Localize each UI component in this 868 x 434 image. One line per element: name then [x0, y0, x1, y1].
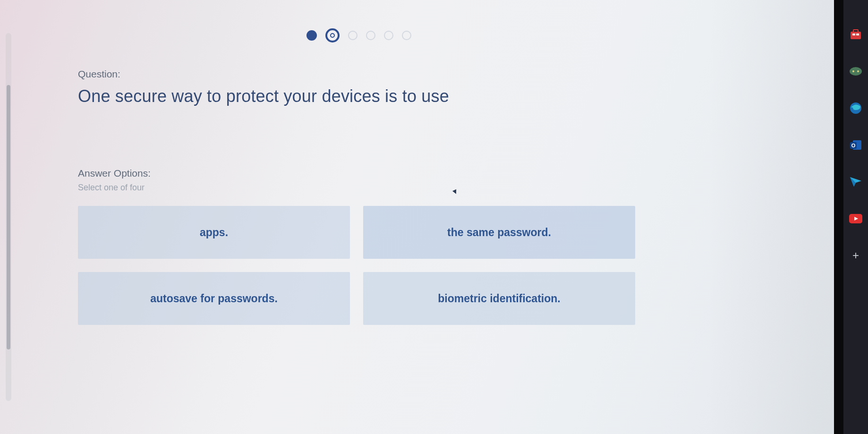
pager-step-upcoming[interactable]	[366, 31, 375, 40]
outlook-icon[interactable]: O	[849, 138, 863, 152]
question-label: Question:	[78, 68, 640, 80]
answer-options-grid: apps. ▾ the same password. autosave for …	[78, 206, 635, 325]
question-text: One secure way to protect your devices i…	[78, 86, 640, 106]
svg-text:O: O	[851, 143, 856, 148]
store-icon[interactable]	[849, 27, 863, 42]
pager-step-completed[interactable]	[306, 30, 317, 41]
scrollbar-thumb[interactable]	[7, 85, 10, 349]
svg-rect-3	[856, 34, 859, 35]
pager-step-upcoming[interactable]	[402, 31, 411, 40]
svg-point-4	[850, 67, 862, 76]
monitor-bezel	[834, 0, 843, 434]
screen-right-margin	[707, 0, 843, 434]
answer-option-label: autosave for passwords.	[150, 292, 278, 305]
youtube-icon[interactable]	[849, 212, 863, 226]
svg-rect-2	[852, 34, 855, 35]
answer-option-label: apps.	[200, 226, 228, 239]
answer-option-4[interactable]: biometric identification.	[363, 272, 635, 325]
svg-rect-1	[853, 30, 858, 33]
send-icon[interactable]	[849, 175, 863, 189]
answer-options-hint: Select one of four	[78, 183, 640, 193]
pager-step-current[interactable]	[325, 28, 340, 43]
game-icon[interactable]	[849, 64, 863, 78]
answer-option-label: the same password.	[447, 226, 551, 239]
svg-point-5	[852, 70, 854, 72]
answer-option-label: biometric identification.	[438, 292, 560, 305]
answer-options-label: Answer Options:	[78, 168, 640, 179]
svg-point-6	[857, 70, 859, 72]
answer-option-2[interactable]: ▾ the same password.	[363, 206, 635, 259]
edge-icon[interactable]	[849, 101, 863, 115]
answer-option-3[interactable]: autosave for passwords.	[78, 272, 350, 325]
pager-step-current-inner	[330, 33, 335, 38]
progress-pager	[78, 28, 640, 43]
add-icon[interactable]: +	[849, 248, 863, 263]
pager-step-upcoming[interactable]	[384, 31, 393, 40]
quiz-content: Question: One secure way to protect your…	[78, 28, 640, 325]
answer-option-1[interactable]: apps.	[78, 206, 350, 259]
windows-taskbar: O +	[843, 0, 868, 434]
pager-step-upcoming[interactable]	[348, 31, 357, 40]
